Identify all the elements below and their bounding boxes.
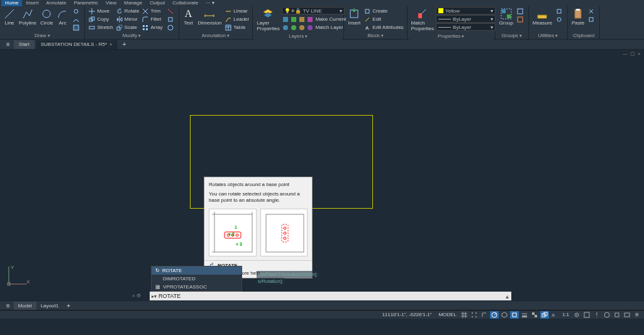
copy-button[interactable]: Copy [87,15,114,23]
modify-extra-1[interactable] [165,7,177,15]
chevron-down-icon[interactable]: ▾ [462,34,464,38]
autocomplete-item[interactable]: DIMROTATED [152,275,242,283]
arc-button[interactable]: Arc [55,7,70,27]
ortho-toggle[interactable] [480,311,489,319]
clip-tool-1[interactable] [586,7,597,15]
draw-extra-3[interactable] [71,23,82,31]
linetype-combo[interactable]: ByLayer▾ [436,15,496,23]
lineweight-combo[interactable]: ByLayer▾ [436,23,496,31]
grid-toggle[interactable] [460,311,469,319]
layer-tool-2[interactable] [290,15,297,23]
chevron-down-icon[interactable]: ▾ [305,34,308,38]
scale-button[interactable]: Scale [114,23,141,31]
annotation-scale-toggle[interactable]: A [550,311,559,319]
chevron-up-icon[interactable]: ▴ [503,293,511,300]
util-tool-2[interactable] [554,15,565,23]
color-combo[interactable]: Yellow▾ [436,7,496,14]
menu-tab-output[interactable]: Output [146,0,169,6]
draw-extra-1[interactable] [71,7,82,15]
table-button[interactable]: Table [223,23,250,31]
leader-button[interactable]: Leader [223,15,250,23]
make-current-button[interactable]: Make Current [314,15,347,23]
array-button[interactable]: Array [140,23,164,31]
text-button[interactable]: A Text [181,7,196,27]
menu-tab-insert[interactable]: Insert [22,0,42,6]
gear-icon[interactable] [572,311,581,319]
doc-menu-icon[interactable]: ≡ [3,41,14,48]
layer-properties-button[interactable]: Layer Properties [255,7,281,33]
stretch-button[interactable]: Stretch [87,23,114,31]
polyline-button[interactable]: Polyline [17,7,38,27]
trim-button[interactable]: Trim [140,7,164,15]
isodraft-toggle[interactable] [500,311,509,319]
layer-combo[interactable]: 💡 ☀ 🔒 TV LINE ▾ [282,7,345,14]
edit-button[interactable]: Edit [362,15,404,23]
annotation-monitor-icon[interactable] [592,311,601,319]
draw-extra-2[interactable] [71,15,82,23]
menu-tab-manage[interactable]: Manage [120,0,146,6]
move-button[interactable]: Move [87,7,114,15]
paste-button[interactable]: Paste [570,7,586,27]
layer-tool-6[interactable] [290,23,297,31]
layout-menu-icon[interactable]: ≡ [3,302,14,309]
match-layer-button[interactable]: Match Layer [314,23,345,31]
osnap-toggle[interactable] [510,311,519,319]
util-tool-1[interactable] [554,7,565,15]
edit-attributes-button[interactable]: AEdit Attributes [362,23,404,31]
close-icon[interactable]: × [638,51,643,56]
drawing-canvas[interactable]: — ▢ × Rotates objects around a base poin… [0,50,644,300]
measure-button[interactable]: Measure [531,7,554,27]
selection-cycling-toggle[interactable] [540,311,549,319]
isolate-icon[interactable] [602,311,611,319]
layer-tool-3[interactable] [298,15,306,23]
group-tool-2[interactable] [515,15,526,23]
command-line[interactable]: ▸▾ ▴ [150,292,511,300]
group-button[interactable]: Group [497,7,515,27]
workspace-icon[interactable] [582,311,591,319]
layout1-tab[interactable]: Layout1 [36,302,63,310]
menu-tab-parametric[interactable]: Parametric [70,0,102,6]
group-tool-1[interactable] [515,7,526,15]
maximize-icon[interactable]: ▢ [630,51,635,56]
layer-tool-4[interactable] [306,15,314,23]
menu-tab-home[interactable]: Home [1,0,22,6]
drawing-tab[interactable]: SUBSTATION DETAILS - R5*× [36,40,118,49]
chevron-down-icon[interactable]: ▾ [48,33,50,38]
lineweight-toggle[interactable] [520,311,529,319]
polar-toggle[interactable] [490,311,499,319]
layer-tool-5[interactable] [282,23,289,31]
match-properties-button[interactable]: Match Properties [409,7,436,33]
space-toggle[interactable]: MODEL [436,312,458,317]
transparency-toggle[interactable] [530,311,539,319]
menu-tab-view[interactable]: View [102,0,120,6]
chevron-down-icon[interactable]: ▾ [138,33,141,38]
layer-tool-7[interactable] [298,23,306,31]
model-tab[interactable]: Model [14,302,36,310]
rotate-button[interactable]: Rotate [114,7,141,15]
linear-button[interactable]: Linear [223,7,250,15]
dimension-button[interactable]: Dimension [196,7,224,27]
menu-tab-collaborate[interactable]: Collaborate [169,0,202,6]
layer-tool-8[interactable] [306,23,314,31]
layer-tool-1[interactable] [282,15,289,23]
coordinates-readout[interactable]: 11110'1-1", -6226'1-1" [382,312,431,317]
chevron-down-icon[interactable]: ▾ [381,33,384,38]
modify-extra-2[interactable] [165,15,177,23]
clip-tool-2[interactable] [586,15,597,23]
add-layout-button[interactable]: + [63,302,74,309]
hardware-accel-icon[interactable] [613,311,621,319]
close-icon[interactable]: × [132,293,135,299]
chevron-down-icon[interactable]: ▾ [227,33,230,38]
customize-icon[interactable]: ⚙ [136,293,141,299]
minimize-icon[interactable]: — [623,51,628,56]
add-tab-button[interactable]: + [119,41,130,48]
insert-button[interactable]: Insert [346,7,362,27]
create-button[interactable]: Create [362,7,404,15]
modify-extra-3[interactable] [165,23,177,31]
menu-overflow[interactable]: ⋯ ▾ [202,0,218,6]
snap-toggle[interactable] [470,311,479,319]
scale-readout[interactable]: 1:1 [560,312,571,317]
command-input[interactable] [158,293,503,299]
menu-tab-annotate[interactable]: Annotate [42,0,70,6]
circle-button[interactable]: Circle [38,7,55,27]
